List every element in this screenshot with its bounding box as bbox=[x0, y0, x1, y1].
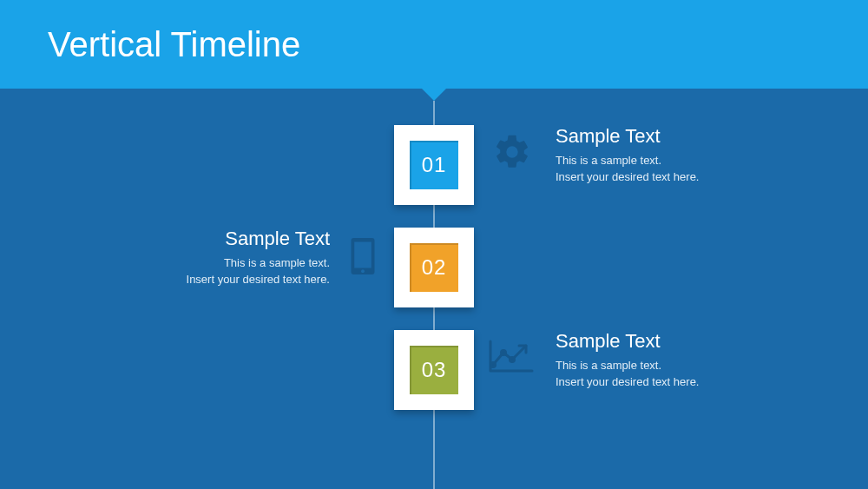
slide-title: Vertical Timeline bbox=[48, 25, 300, 64]
timeline-block-01-inner: 01 bbox=[410, 141, 458, 189]
timeline-annotation-02: Sample Text This is a sample text. Inser… bbox=[104, 228, 330, 288]
timeline-block-03: 03 bbox=[394, 330, 474, 410]
svg-point-3 bbox=[491, 363, 496, 367]
timeline-annotation-03: Sample Text This is a sample text. Inser… bbox=[556, 330, 781, 391]
annotation-03-line2: Insert your desired text here. bbox=[556, 375, 699, 388]
annotation-01-line2: Insert your desired text here. bbox=[556, 170, 699, 183]
annotation-03-line1: This is a sample text. bbox=[556, 359, 661, 372]
annotation-02-heading: Sample Text bbox=[104, 228, 330, 250]
slide-header: Vertical Timeline bbox=[0, 0, 868, 89]
annotation-02-body: This is a sample text. Insert your desir… bbox=[104, 255, 330, 288]
svg-rect-1 bbox=[354, 242, 372, 268]
svg-point-5 bbox=[510, 358, 515, 362]
header-pointer bbox=[422, 89, 446, 101]
timeline-block-03-inner: 03 bbox=[410, 346, 458, 394]
timeline-annotation-01: Sample Text This is a sample text. Inser… bbox=[556, 125, 781, 186]
slide-body: 01 Sample Text This is a sample text. In… bbox=[0, 89, 868, 489]
gear-icon bbox=[490, 130, 534, 174]
svg-point-4 bbox=[502, 351, 506, 355]
chart-icon bbox=[488, 337, 535, 375]
timeline-block-02-inner: 02 bbox=[410, 243, 458, 292]
annotation-01-line1: This is a sample text. bbox=[556, 154, 661, 167]
annotation-02-line1: This is a sample text. bbox=[224, 256, 330, 269]
annotation-03-heading: Sample Text bbox=[556, 330, 781, 353]
timeline-block-02: 02 bbox=[394, 228, 474, 307]
timeline-number-01: 01 bbox=[422, 153, 447, 177]
timeline-number-02: 02 bbox=[422, 255, 447, 280]
timeline-block-01: 01 bbox=[394, 125, 474, 205]
timeline-number-03: 03 bbox=[422, 358, 447, 382]
tablet-icon bbox=[345, 235, 380, 278]
svg-point-2 bbox=[361, 269, 365, 273]
annotation-01-body: This is a sample text. Insert your desir… bbox=[556, 153, 781, 186]
annotation-01-heading: Sample Text bbox=[556, 125, 781, 148]
annotation-03-body: This is a sample text. Insert your desir… bbox=[556, 358, 781, 391]
annotation-02-line2: Insert your desired text here. bbox=[187, 273, 330, 286]
